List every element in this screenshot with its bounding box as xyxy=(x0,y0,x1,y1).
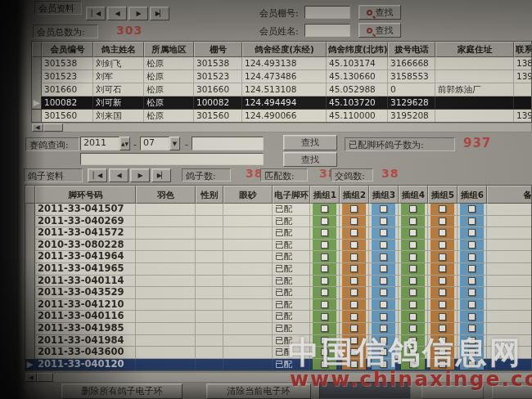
pigeon-nav-next-icon[interactable]: ▶ xyxy=(130,168,150,182)
delete-all-rings-button[interactable]: 删除所有鸽子电子环 xyxy=(61,383,183,399)
group-checkbox-icon[interactable] xyxy=(439,241,446,249)
member-column-header[interactable]: 鸽主姓名 xyxy=(93,42,144,57)
group-checkbox-icon[interactable] xyxy=(321,289,328,296)
group-checkbox-icon[interactable] xyxy=(468,253,476,261)
member-column-header[interactable]: 联系电话 xyxy=(514,42,532,57)
ring-search-input[interactable] xyxy=(80,153,264,165)
member-column-header[interactable]: 会员编号 xyxy=(42,42,93,57)
member-nav-prev-icon[interactable]: ◀ xyxy=(107,7,127,20)
pigeon-column-header[interactable]: 插组5 xyxy=(428,186,458,204)
year-spinner-icon[interactable]: ▲▼ xyxy=(119,137,130,150)
scroll-left-icon[interactable]: ◀ xyxy=(25,373,37,382)
group-checkbox-icon[interactable] xyxy=(439,277,446,285)
pigeon-nav-last-icon[interactable]: ▶▏ xyxy=(151,168,171,182)
pigeon-column-header[interactable]: 电子脚环 xyxy=(273,186,310,204)
group-checkbox-icon[interactable] xyxy=(409,325,417,332)
race-search-button[interactable]: 查找 xyxy=(283,135,337,150)
group-checkbox-icon[interactable] xyxy=(380,241,387,249)
group-checkbox-icon[interactable] xyxy=(409,217,417,225)
group-checkbox-icon[interactable] xyxy=(350,325,358,332)
group-checkbox-icon[interactable] xyxy=(468,217,476,225)
scrollbar-thumb[interactable] xyxy=(43,123,63,132)
group-checkbox-icon[interactable] xyxy=(439,229,446,236)
pigeon-column-header[interactable]: 眼砂 xyxy=(223,186,273,204)
group-checkbox-icon[interactable] xyxy=(380,265,387,272)
group-checkbox-icon[interactable] xyxy=(468,325,476,332)
pigeon-table-row[interactable]: 2011-33-043529已配 xyxy=(25,287,531,299)
group-checkbox-icon[interactable] xyxy=(380,205,387,213)
member-column-header[interactable]: 鸽舍经度(东经) xyxy=(242,42,327,57)
group-checkbox-icon[interactable] xyxy=(409,301,417,308)
pigeon-table-row[interactable]: 2010-33-080228已配 xyxy=(25,240,531,252)
member-column-header[interactable]: 所属地区 xyxy=(144,42,194,57)
group-checkbox-icon[interactable] xyxy=(468,313,476,321)
group-checkbox-icon[interactable] xyxy=(439,205,446,213)
group-checkbox-icon[interactable] xyxy=(468,241,476,249)
group-checkbox-icon[interactable] xyxy=(409,289,417,296)
group-checkbox-icon[interactable] xyxy=(321,313,328,321)
group-checkbox-icon[interactable] xyxy=(350,301,358,308)
group-checkbox-icon[interactable] xyxy=(380,253,387,261)
group-checkbox-icon[interactable] xyxy=(468,265,476,272)
scrollbar-thumb[interactable] xyxy=(37,373,53,382)
group-checkbox-icon[interactable] xyxy=(409,313,417,321)
pigeon-nav-prev-icon[interactable]: ◀ xyxy=(109,168,128,182)
pigeon-table-row[interactable]: 2011-33-040116已配 xyxy=(25,311,531,323)
group-checkbox-icon[interactable] xyxy=(350,289,358,296)
group-checkbox-icon[interactable] xyxy=(321,241,328,249)
pigeon-column-header[interactable]: 羽色 xyxy=(136,186,196,204)
group-checkbox-icon[interactable] xyxy=(350,217,358,225)
member-nav-next-icon[interactable]: ▶ xyxy=(128,7,148,20)
group-checkbox-icon[interactable] xyxy=(321,205,328,213)
group-checkbox-icon[interactable] xyxy=(321,253,328,261)
group-checkbox-icon[interactable] xyxy=(350,229,358,236)
group-checkbox-icon[interactable] xyxy=(380,301,387,308)
member-table-scrollbar[interactable]: ◀ xyxy=(31,123,532,132)
member-name-search-button[interactable]: 查找 xyxy=(358,23,401,38)
race-month-input[interactable]: 07 xyxy=(140,137,169,150)
group-checkbox-icon[interactable] xyxy=(409,241,417,249)
group-checkbox-icon[interactable] xyxy=(468,289,476,296)
group-checkbox-icon[interactable] xyxy=(380,229,387,236)
group-checkbox-icon[interactable] xyxy=(380,277,387,285)
pigeon-column-header[interactable]: 插组3 xyxy=(369,186,399,204)
pigeon-table-row[interactable]: 2011-33-041210已配 xyxy=(25,299,531,312)
pigeon-column-header[interactable]: 插组2 xyxy=(340,186,369,204)
pigeon-column-header[interactable]: 性别 xyxy=(196,186,223,204)
pigeon-table-row[interactable]: 2011-33-041964已配 xyxy=(25,251,531,263)
group-checkbox-icon[interactable] xyxy=(350,313,358,321)
row-selector-header[interactable] xyxy=(25,186,35,204)
group-checkbox-icon[interactable] xyxy=(409,265,417,272)
group-checkbox-icon[interactable] xyxy=(350,277,358,285)
pigeon-table-row[interactable]: 2011-33-040269已配 xyxy=(25,216,531,228)
group-checkbox-icon[interactable] xyxy=(439,325,446,332)
group-checkbox-icon[interactable] xyxy=(409,253,417,261)
pigeon-column-header[interactable]: 插组6 xyxy=(458,186,487,204)
pigeon-column-header[interactable]: 脚环号码 xyxy=(35,186,136,204)
member-column-header[interactable]: 家庭住址 xyxy=(435,42,514,57)
group-checkbox-icon[interactable] xyxy=(439,217,446,225)
group-checkbox-icon[interactable] xyxy=(439,301,446,308)
group-checkbox-icon[interactable] xyxy=(350,253,358,261)
group-checkbox-icon[interactable] xyxy=(439,289,446,296)
pigeon-table-row[interactable]: 2011-33-041965已配 xyxy=(25,263,531,276)
member-nav-first-icon[interactable]: ▏◀ xyxy=(86,7,106,20)
group-checkbox-icon[interactable] xyxy=(321,301,328,308)
member-name-input[interactable] xyxy=(304,24,350,37)
group-checkbox-icon[interactable] xyxy=(439,253,446,261)
pigeon-table-row[interactable]: 2011-33-041572已配 xyxy=(25,227,531,240)
pigeon-column-header[interactable]: 备注 xyxy=(487,186,532,204)
member-shed-search-button[interactable]: 查找 xyxy=(358,5,401,20)
member-table-row[interactable]: 301538刘剑飞松原301538124.49313845.1031743166… xyxy=(32,57,531,70)
member-column-header[interactable]: 拨号电话 xyxy=(388,42,435,57)
group-checkbox-icon[interactable] xyxy=(380,325,387,332)
group-checkbox-icon[interactable] xyxy=(409,277,417,285)
pigeon-column-header[interactable]: 插组1 xyxy=(310,186,340,204)
group-checkbox-icon[interactable] xyxy=(439,265,446,272)
member-column-header[interactable]: 鸽舍纬度(北纬) xyxy=(327,42,388,57)
race-query-input[interactable] xyxy=(192,137,264,150)
group-checkbox-icon[interactable] xyxy=(350,241,358,249)
group-checkbox-icon[interactable] xyxy=(321,265,328,272)
group-checkbox-icon[interactable] xyxy=(380,313,387,321)
group-checkbox-icon[interactable] xyxy=(321,325,328,332)
